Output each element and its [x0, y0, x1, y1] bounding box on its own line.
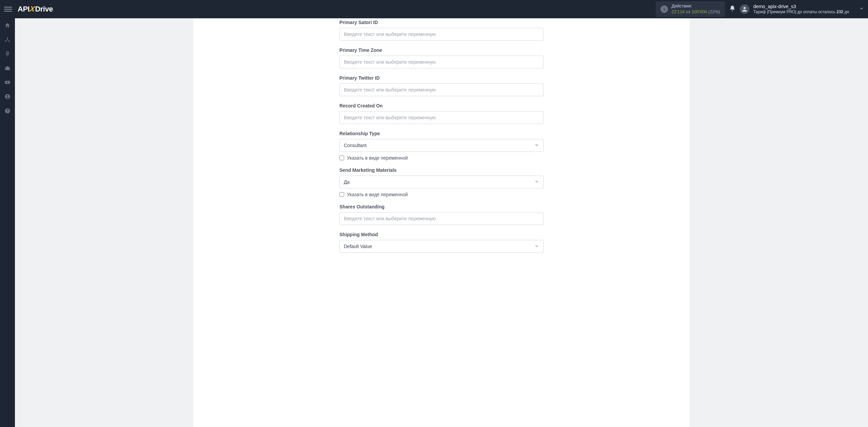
payment-days: 232	[836, 9, 843, 14]
app-header: APIXDrive Действия: 22'114 из 100'000 (2…	[0, 0, 868, 18]
select-send-marketing-value: Да	[344, 179, 350, 185]
input-record-created[interactable]	[339, 111, 544, 124]
svg-point-2	[743, 7, 746, 9]
field-send-marketing: Send Marketing Materials Да Указать в ви…	[339, 167, 544, 197]
logo-prefix: API	[18, 5, 29, 14]
svg-point-0	[664, 8, 665, 8]
chevron-down-icon	[534, 179, 539, 185]
select-relationship-type-value: Consultant	[344, 143, 367, 148]
user-avatar[interactable]	[740, 4, 749, 14]
svg-rect-1	[664, 9, 665, 11]
sidebar-help[interactable]	[0, 104, 15, 118]
input-shares-outstanding[interactable]	[339, 212, 544, 225]
input-time-zone[interactable]	[339, 56, 544, 68]
svg-rect-6	[5, 67, 10, 70]
select-relationship-type[interactable]: Consultant	[339, 139, 544, 152]
input-satori-id[interactable]	[339, 28, 544, 41]
main-content: Primary Satori ID Primary Time Zone Prim…	[15, 18, 868, 427]
logo-suffix: Drive	[35, 5, 53, 14]
user-name: demo_apix-drive_s3	[753, 4, 849, 9]
sidebar-connections[interactable]	[0, 33, 15, 47]
sidebar-billing[interactable]	[0, 47, 15, 61]
label-satori-id: Primary Satori ID	[339, 20, 544, 25]
expand-icon[interactable]	[859, 6, 864, 12]
sidebar-video[interactable]	[0, 75, 15, 89]
info-icon	[660, 5, 668, 13]
label-shares-outstanding: Shares Outstanding	[339, 204, 544, 209]
select-shipping-method[interactable]: Default Value	[339, 240, 544, 253]
actions-used: 22'114	[671, 9, 685, 14]
checkbox-relationship-variable[interactable]: Указать в виде переменной	[339, 155, 544, 161]
chevron-down-icon	[534, 244, 539, 249]
field-shares-outstanding: Shares Outstanding	[339, 204, 544, 225]
checkbox-marketing-variable-input[interactable]	[339, 192, 344, 197]
svg-point-12	[7, 112, 8, 113]
field-twitter-id: Primary Twitter ID	[339, 75, 544, 96]
tariff-name: Премиум PRO	[768, 9, 795, 14]
svg-point-10	[7, 95, 8, 97]
actions-of: из	[686, 9, 690, 14]
checkbox-relationship-variable-label: Указать в виде переменной	[347, 155, 408, 161]
checkbox-marketing-variable[interactable]: Указать в виде переменной	[339, 192, 544, 197]
select-shipping-method-value: Default Value	[344, 244, 372, 249]
app-logo[interactable]: APIXDrive	[18, 5, 53, 14]
label-record-created: Record Created On	[339, 103, 544, 108]
actions-total: 100'000	[692, 9, 707, 14]
actions-counter[interactable]: Действия: 22'114 из 100'000 (22%)	[656, 1, 725, 17]
logo-x: X	[29, 5, 36, 14]
payment-days-suffix: дн	[843, 9, 849, 14]
form-card: Primary Satori ID Primary Time Zone Prim…	[193, 18, 690, 427]
input-twitter-id[interactable]	[339, 83, 544, 96]
checkbox-relationship-variable-input[interactable]	[339, 156, 344, 160]
actions-percent: (22%)	[708, 9, 720, 14]
select-send-marketing[interactable]: Да	[339, 176, 544, 188]
field-shipping-method: Shipping Method Default Value	[339, 232, 544, 253]
field-relationship-type: Relationship Type Consultant Указать в в…	[339, 131, 544, 161]
payment-prefix: | до оплаты осталось	[795, 9, 836, 14]
sidebar-account[interactable]	[0, 89, 15, 104]
chevron-down-icon	[534, 143, 539, 148]
field-satori-id: Primary Satori ID	[339, 20, 544, 41]
label-shipping-method: Shipping Method	[339, 232, 544, 237]
field-record-created: Record Created On	[339, 103, 544, 124]
user-info[interactable]: demo_apix-drive_s3 Тариф |Премиум PRO| д…	[753, 4, 849, 14]
field-time-zone: Primary Time Zone	[339, 47, 544, 68]
actions-label: Действия:	[671, 3, 720, 9]
sidebar	[0, 18, 15, 427]
sidebar-home[interactable]	[0, 18, 15, 33]
label-send-marketing: Send Marketing Materials	[339, 167, 544, 173]
svg-point-3	[7, 37, 8, 39]
checkbox-marketing-variable-label: Указать в виде переменной	[347, 192, 408, 197]
tariff-prefix: Тариф |	[753, 9, 768, 14]
notifications-button[interactable]	[729, 5, 736, 13]
sidebar-briefcase[interactable]	[0, 61, 15, 75]
label-time-zone: Primary Time Zone	[339, 47, 544, 53]
menu-toggle[interactable]	[4, 5, 12, 13]
label-relationship-type: Relationship Type	[339, 131, 544, 136]
label-twitter-id: Primary Twitter ID	[339, 75, 544, 81]
